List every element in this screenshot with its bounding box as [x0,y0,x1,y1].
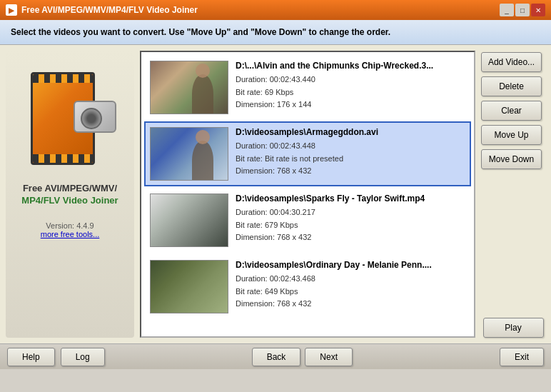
exit-button[interactable]: Exit [500,348,544,366]
left-panel: Free AVI/MPEG/WMV/ MP4/FLV Video Joiner … [6,51,134,338]
content-area: Free AVI/MPEG/WMV/ MP4/FLV Video Joiner … [0,45,551,343]
main-window: Select the videos you want to convert. U… [0,20,551,369]
video-details: Duration: 00:04:30.217Bit rate: 679 Kbps… [236,206,465,244]
close-button[interactable]: ✕ [531,4,545,16]
film-camera-icon [74,101,116,133]
maximize-button[interactable]: □ [515,4,530,16]
window-controls: _ □ ✕ [500,4,545,16]
video-thumbnail [150,194,228,247]
video-name: D:\videosamples\Ordinary Day - Melanie P… [236,260,465,270]
instruction-bar: Select the videos you want to convert. U… [0,20,551,45]
help-button[interactable]: Help [7,348,55,366]
video-list-item[interactable]: D:\videosamples\Armagegddon.aviDuration:… [144,121,471,186]
log-button[interactable]: Log [61,348,105,366]
video-info: D:\videosamples\Ordinary Day - Melanie P… [236,260,465,311]
title-bar-text: Free AVI/MPEG/WMV/MP4/FLV Video Joiner [21,5,495,15]
video-info: D:\videosamples\Armagegddon.aviDuration:… [236,127,465,178]
logo-graphic [24,65,116,172]
next-button[interactable]: Next [305,348,353,366]
delete-button[interactable]: Delete [481,76,542,96]
video-list-item[interactable]: D:\...\Alvin and the Chipmunks Chip-Wrec… [144,55,471,120]
minimize-button[interactable]: _ [500,4,514,16]
instruction-text: Select the videos you want to convert. U… [11,27,390,37]
action-buttons-panel: Add Video... Delete Clear Move Up Move D… [481,51,545,338]
more-tools-link[interactable]: more free tools... [41,230,100,238]
app-icon: ▶ [6,4,17,16]
back-button[interactable]: Back [252,348,301,366]
video-name: D:\...\Alvin and the Chipmunks Chip-Wrec… [236,61,465,71]
video-name: D:\videosamples\Sparks Fly - Taylor Swif… [236,194,465,203]
video-info: D:\videosamples\Sparks Fly - Taylor Swif… [236,194,465,244]
add-video-button[interactable]: Add Video... [481,52,542,72]
nav-group: Back Next [252,348,353,366]
app-title-line2: MP4/FLV Video Joiner [21,195,118,207]
video-thumbnail [150,127,228,181]
app-title-line1: Free AVI/MPEG/WMV/ [21,183,118,195]
video-thumbnail [150,61,228,114]
move-down-button[interactable]: Move Down [481,149,542,169]
version-text: Version: 4.4.9 [46,221,93,230]
video-details: Duration: 00:02:43.468Bit rate: 649 Kbps… [236,273,465,311]
video-thumbnail [150,260,228,313]
video-list-panel[interactable]: D:\...\Alvin and the Chipmunks Chip-Wrec… [140,51,475,338]
app-title: Free AVI/MPEG/WMV/ MP4/FLV Video Joiner [21,183,118,207]
video-info: D:\...\Alvin and the Chipmunks Chip-Wrec… [236,61,465,111]
play-button[interactable]: Play [483,318,544,338]
clear-button[interactable]: Clear [481,101,542,121]
video-details: Duration: 00:02:43.448Bit rate: Bit rate… [236,140,465,178]
bottom-toolbar: Help Log Back Next Exit [0,343,551,369]
video-list-item[interactable]: D:\videosamples\Ordinary Day - Melanie P… [144,254,471,319]
title-bar: ▶ Free AVI/MPEG/WMV/MP4/FLV Video Joiner… [0,0,551,20]
video-details: Duration: 00:02:43.440Bit rate: 69 KbpsD… [236,74,465,111]
move-up-button[interactable]: Move Up [481,125,542,145]
video-list-item[interactable]: D:\videosamples\Sparks Fly - Taylor Swif… [144,188,471,253]
video-name: D:\videosamples\Armagegddon.avi [236,127,465,137]
